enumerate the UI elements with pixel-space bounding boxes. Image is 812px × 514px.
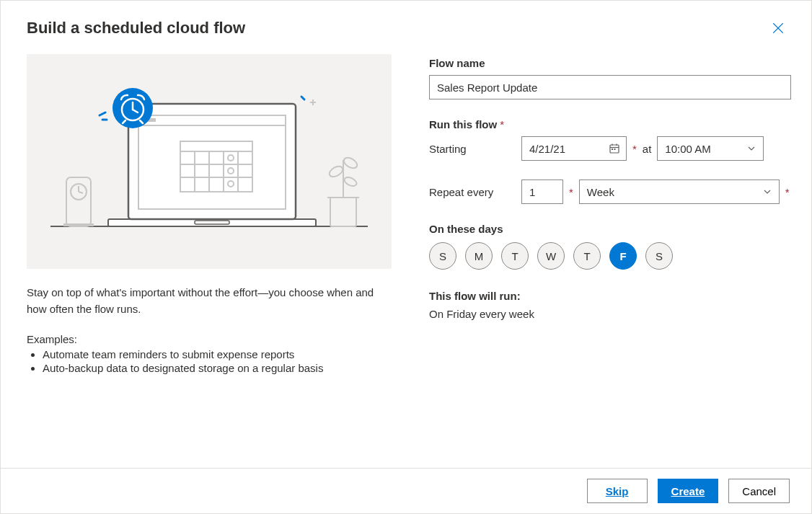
days-picker: S M T W T F S bbox=[429, 242, 791, 270]
day-toggle-tue[interactable]: T bbox=[501, 242, 529, 270]
repeat-unit-select[interactable]: Week bbox=[579, 180, 780, 204]
repeat-unit-value: Week bbox=[587, 186, 614, 198]
starting-time-picker[interactable]: 10:00 AM bbox=[657, 136, 764, 161]
dialog-header: Build a scheduled cloud flow bbox=[1, 1, 811, 40]
day-toggle-thu[interactable]: T bbox=[573, 242, 601, 270]
examples-list: Automate team reminders to submit expens… bbox=[27, 348, 392, 374]
dialog-body: Stay on top of what's important without … bbox=[1, 40, 811, 468]
at-label: at bbox=[643, 143, 652, 155]
dialog-title: Build a scheduled cloud flow bbox=[27, 19, 245, 37]
svg-line-34 bbox=[79, 192, 83, 193]
right-panel: Flow name Run this flow* Starting 4/21/2… bbox=[429, 54, 791, 468]
will-run-label: This flow will run: bbox=[429, 290, 791, 302]
required-star: * bbox=[632, 143, 637, 155]
left-panel: Stay on top of what's important without … bbox=[27, 54, 392, 468]
starting-label: Starting bbox=[429, 143, 516, 155]
svg-rect-35 bbox=[63, 223, 94, 226]
run-label-text: Run this flow bbox=[429, 118, 497, 130]
close-icon bbox=[772, 22, 785, 35]
required-star: * bbox=[500, 118, 504, 130]
day-toggle-fri[interactable]: F bbox=[609, 242, 637, 270]
flow-name-input[interactable] bbox=[429, 75, 791, 99]
repeat-row: Repeat every * Week * bbox=[429, 180, 791, 204]
examples-label: Examples: bbox=[27, 333, 392, 345]
svg-point-39 bbox=[343, 176, 358, 188]
illustration bbox=[27, 54, 392, 269]
svg-rect-44 bbox=[612, 149, 613, 150]
flow-name-label: Flow name bbox=[429, 57, 791, 69]
svg-point-37 bbox=[327, 164, 344, 179]
svg-line-28 bbox=[301, 97, 304, 99]
svg-rect-31 bbox=[66, 177, 91, 226]
repeat-label: Repeat every bbox=[429, 186, 516, 198]
svg-point-38 bbox=[342, 156, 358, 170]
required-star: * bbox=[569, 186, 573, 198]
schedule-illustration bbox=[43, 75, 375, 248]
calendar-icon bbox=[609, 143, 620, 154]
starting-time-value: 10:00 AM bbox=[665, 143, 710, 155]
scheduled-flow-dialog: Build a scheduled cloud flow bbox=[0, 0, 812, 514]
chevron-down-icon bbox=[747, 144, 756, 153]
day-toggle-sun[interactable]: S bbox=[429, 242, 456, 270]
description-text: Stay on top of what's important without … bbox=[27, 285, 392, 317]
days-section: On these days S M T W T F S bbox=[429, 223, 791, 270]
day-toggle-mon[interactable]: M bbox=[465, 242, 493, 270]
required-star: * bbox=[785, 186, 790, 198]
example-item: Automate team reminders to submit expens… bbox=[43, 348, 392, 360]
run-section: Run this flow* Starting 4/21/21 * bbox=[429, 118, 791, 204]
chevron-down-icon bbox=[763, 187, 772, 196]
day-toggle-wed[interactable]: W bbox=[537, 242, 565, 270]
skip-button[interactable]: Skip bbox=[587, 479, 648, 503]
close-button[interactable] bbox=[767, 17, 790, 40]
on-these-days-label: On these days bbox=[429, 223, 791, 235]
summary-section: This flow will run: On Friday every week bbox=[429, 290, 791, 320]
svg-line-26 bbox=[100, 112, 105, 115]
day-toggle-sat[interactable]: S bbox=[645, 242, 673, 270]
will-run-text: On Friday every week bbox=[429, 308, 791, 320]
svg-rect-45 bbox=[614, 149, 616, 150]
example-item: Auto-backup data to designated storage o… bbox=[43, 362, 392, 374]
dialog-footer: Skip Create Cancel bbox=[1, 468, 811, 513]
flow-name-section: Flow name bbox=[429, 57, 791, 99]
starting-date-picker[interactable]: 4/21/21 bbox=[521, 136, 627, 161]
repeat-count-input[interactable] bbox=[521, 180, 563, 204]
starting-date-value: 4/21/21 bbox=[529, 143, 565, 155]
starting-row: Starting 4/21/21 * at 10:00 AM bbox=[429, 136, 791, 161]
run-this-flow-label: Run this flow* bbox=[429, 118, 791, 130]
cancel-button[interactable]: Cancel bbox=[728, 479, 790, 503]
create-button[interactable]: Create bbox=[658, 479, 719, 503]
